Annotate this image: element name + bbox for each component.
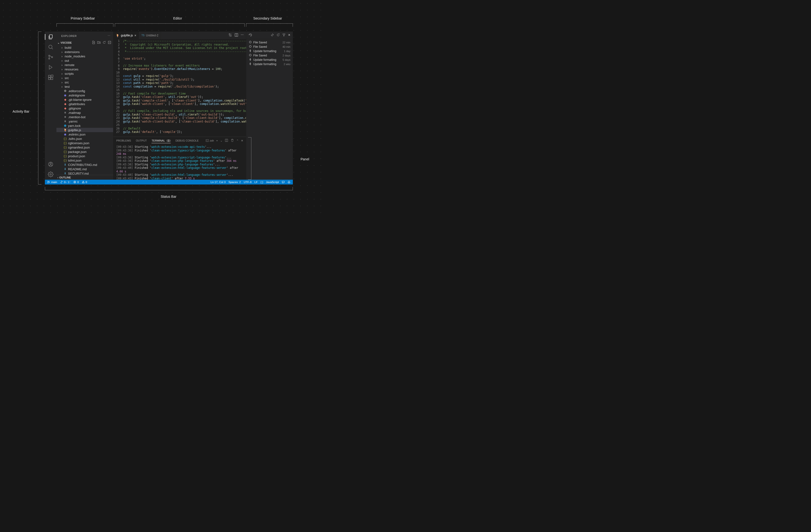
run-debug-icon[interactable] (48, 64, 53, 70)
status-language[interactable]: { } JavaScript (261, 181, 279, 184)
folder-item[interactable]: ›extensions (57, 50, 113, 54)
more-actions-icon[interactable]: ⋯ (241, 33, 244, 37)
timeline-item[interactable]: File Saved22 min (246, 40, 293, 45)
search-icon[interactable] (48, 44, 53, 50)
svg-point-10 (50, 163, 51, 164)
collapse-icon[interactable] (108, 41, 111, 45)
feedback-icon[interactable] (282, 181, 285, 184)
status-spaces[interactable]: Spaces: 2 (228, 181, 241, 184)
folder-item[interactable]: ›out (57, 58, 113, 63)
status-warnings[interactable]: 0 (82, 181, 87, 184)
pin-icon[interactable] (271, 33, 274, 37)
chevron-right-icon: › (60, 76, 64, 80)
timeline-item[interactable]: Update formatting5 days (246, 58, 293, 62)
folder-item[interactable]: ›test (57, 84, 113, 89)
file-item[interactable]: { }cglicenses.json (57, 141, 113, 145)
svg-point-3 (49, 58, 50, 59)
close-tab-icon[interactable]: × (134, 33, 136, 37)
status-sync[interactable]: 0↓ 1↑ (60, 181, 71, 184)
close-panel-icon[interactable]: ✕ (241, 139, 243, 142)
file-item[interactable]: { }.lsifrc.json (57, 137, 113, 141)
folder-item[interactable]: ›scripts (57, 72, 113, 76)
history-icon[interactable] (249, 33, 252, 37)
file-item[interactable]: { }tsfmt.json (57, 158, 113, 162)
editor-content[interactable]: 1234567891011121314151617181920212223242… (113, 39, 246, 137)
folder-item[interactable]: ›src (57, 80, 113, 84)
refresh-timeline-icon[interactable] (276, 33, 280, 37)
save-icon (249, 53, 252, 58)
folder-item[interactable]: ›node_modules (57, 54, 113, 58)
timeline-item[interactable]: File Saved2 days (246, 53, 293, 58)
file-item[interactable]: ◉.eslintignore (57, 93, 113, 97)
timeline-item[interactable]: Update formatting1 day (246, 49, 293, 53)
panel-tab[interactable]: DEBUG CONSOLE (175, 139, 199, 142)
kill-terminal-icon[interactable] (231, 139, 234, 142)
refresh-icon[interactable] (103, 41, 106, 45)
source-control-icon[interactable] (48, 54, 53, 60)
chevron-right-icon: › (57, 176, 58, 179)
file-item[interactable]: ≡.yarnrc (57, 119, 113, 124)
folder-item[interactable]: ›remote (57, 63, 113, 67)
panel-tab[interactable]: TERMINAL 1 (152, 139, 170, 143)
status-encoding[interactable]: UTF-8 (244, 181, 251, 184)
file-item[interactable]: ⬇CONTRIBUTING.md (57, 162, 113, 167)
status-eol[interactable]: LF (255, 181, 258, 184)
file-item[interactable]: ◆.gitattributes (57, 102, 113, 106)
new-file-icon[interactable] (92, 41, 95, 45)
status-errors[interactable]: 0 (73, 181, 79, 184)
file-item[interactable]: ◆.gitignore (57, 106, 113, 110)
svg-rect-0 (49, 35, 52, 38)
file-item[interactable]: ≡.mailmap (57, 110, 113, 115)
activity-bar (45, 32, 57, 180)
file-item[interactable]: ⬣yarn.lock (57, 124, 113, 128)
editor-tab[interactable]: 🍹gulpfile.js× (113, 32, 139, 39)
editor-tab[interactable]: TSUntitled-2 (139, 32, 161, 39)
timeline-item[interactable]: File Saved40 min (246, 45, 293, 49)
file-item[interactable]: ◆.git-blame-ignore (57, 97, 113, 102)
folder-item[interactable]: ›src (57, 76, 113, 80)
svg-point-19 (249, 54, 251, 56)
file-item[interactable]: { }product.json (57, 154, 113, 158)
file-item[interactable]: ◉.eslintrc.json (57, 132, 113, 137)
file-item[interactable]: { }cgmanifest.json (57, 145, 113, 150)
extensions-icon[interactable] (48, 75, 53, 80)
accounts-icon[interactable] (48, 161, 53, 167)
chevron-right-icon: › (60, 63, 64, 67)
sidebar-more-icon[interactable]: ⋯ (108, 34, 110, 37)
json-icon: { } (63, 145, 67, 149)
file-item[interactable]: ⬇README.md (57, 167, 113, 171)
panel-tab[interactable]: OUTPUT (136, 139, 147, 142)
close-secondary-icon[interactable]: ✕ (288, 33, 290, 37)
file-item[interactable]: ≡.mention-bot (57, 115, 113, 119)
file-item[interactable]: 🍹gulpfile.js (57, 128, 113, 132)
panel-tab[interactable]: PROBLEMS (116, 139, 131, 142)
outline-section[interactable]: › OUTLINE (57, 175, 113, 180)
status-cursor[interactable]: Ln 17, Col 3 (211, 181, 226, 184)
file-item[interactable]: { }package.json (57, 150, 113, 154)
split-editor-icon[interactable] (234, 33, 238, 37)
terminal-dropdown-icon[interactable]: ⌄ (220, 139, 223, 142)
timeline-item[interactable]: Update formatting2 wks (246, 62, 293, 66)
status-branch[interactable]: main (47, 181, 57, 184)
file-item[interactable]: ⬇SECURITY.md (57, 171, 113, 175)
gulp-icon: 🍹 (116, 34, 119, 37)
split-terminal-icon[interactable] (225, 139, 228, 142)
folder-item[interactable]: ›build (57, 45, 113, 50)
explorer-icon[interactable] (48, 34, 53, 40)
file-item[interactable]: ⚙.editorconfig (57, 89, 113, 93)
settings-gear-icon[interactable] (48, 171, 53, 177)
filter-icon[interactable] (282, 33, 286, 37)
svg-point-23 (48, 183, 48, 183)
maximize-panel-icon[interactable]: ⌃ (236, 139, 239, 142)
notifications-icon[interactable] (288, 181, 290, 184)
json-icon: { } (63, 150, 67, 154)
new-folder-icon[interactable] (97, 41, 101, 45)
folder-item[interactable]: ›resources (57, 67, 113, 72)
new-terminal-icon[interactable]: + (216, 139, 218, 142)
terminal-shell[interactable]: zsh (206, 139, 214, 142)
project-header[interactable]: ⌄ VSCODE (57, 40, 113, 45)
terminal-output[interactable]: [09:43:36] Starting 'watch-extension:vsc… (113, 144, 246, 180)
compare-changes-icon[interactable] (228, 33, 232, 37)
svg-point-2 (49, 55, 50, 57)
markdown-icon: ⬇ (63, 171, 67, 175)
